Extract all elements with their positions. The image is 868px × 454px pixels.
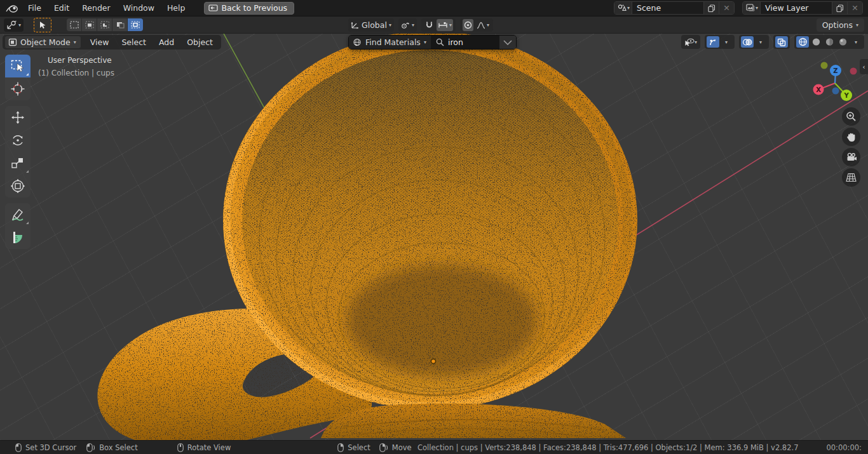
shading-dropdown[interactable]: ▾: [850, 36, 862, 48]
editor-type-selector[interactable]: ▾: [4, 18, 24, 32]
search-scope-dropdown[interactable]: Find Materials ▾: [349, 36, 431, 49]
proportional-edit-toggle[interactable]: [463, 19, 473, 31]
gizmo-axis-x-negative[interactable]: [850, 68, 857, 75]
proportional-circle-icon: [464, 21, 472, 29]
scene-new-copy-button[interactable]: [703, 2, 719, 14]
tool-more-indicator: [26, 170, 29, 173]
select-mode-invert[interactable]: [112, 18, 128, 31]
scene-icon: [618, 4, 627, 12]
view-layer-remove-button[interactable]: ✕: [847, 2, 862, 14]
scene-browse-button[interactable]: ▾: [614, 2, 632, 14]
pivot-point-dropdown[interactable]: ▾: [398, 18, 417, 32]
sidebar-collapse-arrow[interactable]: ‹: [860, 59, 868, 74]
scene-unlink-button[interactable]: ✕: [719, 2, 734, 14]
tool-move[interactable]: [5, 106, 31, 129]
gizmo-axis-z-negative[interactable]: [832, 88, 839, 95]
navigation-axis-gizmo[interactable]: Z X Y: [799, 58, 860, 109]
hint-label: Move: [392, 443, 412, 452]
selectability-visibility-dropdown[interactable]: ▾: [683, 36, 698, 48]
tool-settings-bar: ▾ Global ▾: [0, 17, 868, 34]
chevron-down-icon: ▾: [389, 22, 391, 28]
mouse-right-click-icon: [337, 443, 344, 452]
gizmo-axis-y[interactable]: Y: [841, 90, 852, 101]
view-layer-browse-button[interactable]: ▾: [743, 2, 761, 14]
shading-solid-button[interactable]: [810, 36, 822, 48]
mode-dropdown[interactable]: Object Mode ▾: [5, 36, 81, 48]
menu-render[interactable]: Render: [76, 0, 117, 16]
menu-file[interactable]: File: [22, 0, 48, 16]
search-expand-button[interactable]: [499, 36, 516, 49]
search-scope-label: Find Materials: [365, 37, 421, 47]
top-menu-bar: File Edit Render Window Help Back to Pre…: [0, 0, 868, 17]
back-to-previous-button[interactable]: Back to Previous: [204, 2, 294, 15]
menu-window[interactable]: Window: [117, 0, 161, 16]
select-mode-intersect[interactable]: [128, 18, 143, 31]
search-input[interactable]: iron: [431, 36, 499, 49]
gizmo-axis-z[interactable]: Z: [830, 65, 841, 76]
viewport-3d[interactable]: Object Mode ▾ View Select Add Object Fin…: [0, 34, 868, 440]
tool-3d-cursor[interactable]: [5, 77, 31, 100]
tool-select-box[interactable]: [5, 55, 31, 77]
gizmos-toggle[interactable]: [707, 36, 719, 48]
object-origin-dot: [431, 359, 435, 363]
snap-toggle[interactable]: [424, 21, 435, 29]
orientation-axes-icon: [351, 21, 360, 29]
falloff-curve-icon: [477, 22, 485, 29]
chevron-down-icon: ▾: [74, 39, 76, 45]
camera-view-button[interactable]: [842, 148, 860, 166]
view-perspective-label: User Perspective: [48, 56, 112, 65]
overlays-dropdown[interactable]: ▾: [754, 36, 767, 48]
select-mode-subtract[interactable]: [97, 18, 112, 31]
scene-name[interactable]: Scene: [632, 3, 703, 13]
active-tool-select-box[interactable]: [34, 18, 51, 32]
mug-object[interactable]: [89, 34, 661, 440]
back-to-previous-label: Back to Previous: [221, 3, 287, 13]
orthographic-toggle-button[interactable]: [842, 168, 860, 187]
view-layer-selector: ▾ View Layer ✕: [742, 1, 863, 15]
hint-box-select: Box Select: [86, 443, 138, 452]
blender-logo-icon[interactable]: [5, 3, 19, 14]
tool-transform[interactable]: [5, 175, 31, 197]
status-bar: Set 3D Cursor Box Select Rotate View Sel…: [0, 440, 868, 454]
gizmo-icon: [709, 38, 718, 46]
hint-label: Rotate View: [187, 443, 231, 452]
snap-target-dropdown[interactable]: ▾: [437, 19, 453, 31]
viewport-header-right: ▾ ▾ ▾: [681, 35, 864, 49]
xray-toggle[interactable]: [775, 36, 788, 48]
menu-edit[interactable]: Edit: [48, 0, 76, 16]
options-button[interactable]: Options ▾: [817, 18, 864, 32]
pan-hand-button[interactable]: [842, 128, 860, 146]
view-layer-new-copy-button[interactable]: [832, 2, 847, 14]
viewport-menu-add[interactable]: Add: [153, 36, 180, 50]
hint-label: Select: [348, 443, 370, 452]
shading-rendered-button[interactable]: [836, 36, 849, 48]
menu-help[interactable]: Help: [161, 0, 192, 16]
transform-orientation-dropdown[interactable]: Global ▾: [348, 18, 394, 32]
viewport-menu-view[interactable]: View: [85, 36, 115, 50]
overlays-icon: [742, 38, 752, 46]
viewport-menu-select[interactable]: Select: [116, 36, 152, 50]
find-materials-popup: Find Materials ▾ iron: [348, 35, 517, 50]
gizmo-axis-y-negative[interactable]: [821, 62, 828, 69]
tool-annotate[interactable]: [5, 203, 31, 226]
tool-measure[interactable]: [5, 226, 31, 249]
shading-material-button[interactable]: [823, 36, 836, 48]
select-mode-new[interactable]: [67, 18, 82, 31]
tool-rotate[interactable]: [5, 129, 31, 152]
gizmos-dropdown[interactable]: ▾: [720, 36, 733, 48]
gizmo-axis-x[interactable]: X: [813, 84, 824, 95]
overlays-toggle[interactable]: [741, 36, 754, 48]
shading-wireframe-button[interactable]: [796, 36, 809, 48]
proportional-falloff-dropdown[interactable]: ▾: [475, 22, 491, 29]
select-mode-extend[interactable]: [82, 18, 97, 31]
mouse-left-drag-icon: [86, 443, 95, 452]
chevron-down-icon: ▾: [756, 5, 758, 11]
viewport-menu-object[interactable]: Object: [181, 36, 219, 50]
zoom-button[interactable]: [842, 107, 860, 126]
chevron-down-icon: ▾: [449, 22, 452, 28]
chevron-down-icon: [503, 40, 512, 45]
tool-scale[interactable]: [5, 152, 31, 175]
view-layer-name[interactable]: View Layer: [761, 3, 832, 13]
tool-more-indicator: [26, 222, 29, 224]
orientation-label: Global: [362, 20, 387, 30]
